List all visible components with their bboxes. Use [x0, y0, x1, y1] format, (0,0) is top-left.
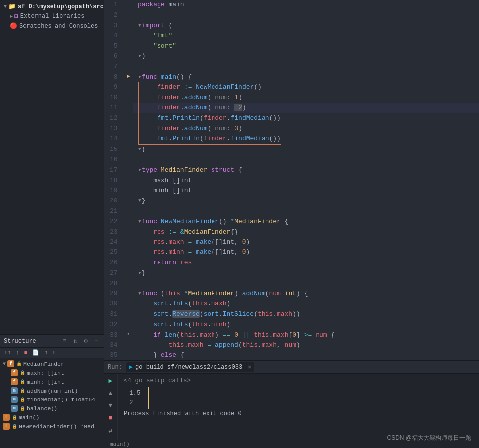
sidebar-tree: ▼ 📁 sf D:\mysetup\gopath\src\sf ▶ ⊞ Exte… — [0, 0, 104, 334]
line-code: sort.Reverse(sort.IntSlice(this.maxh)) — [133, 309, 479, 320]
code-line-3: 3 ▾import ( — [104, 21, 479, 31]
line-gutter — [124, 320, 133, 330]
line-gutter — [124, 196, 133, 206]
line-num: 19 — [104, 186, 124, 196]
line-gutter — [124, 31, 133, 41]
sidebar: ▼ 📁 sf D:\mysetup\gopath\src\sf ▶ ⊞ Exte… — [0, 0, 104, 448]
struct-item-minh[interactable]: f 🔒 minh: []int — [0, 377, 104, 386]
line-num: 2 — [104, 10, 124, 21]
structure-header: Structure ≡ ⇅ ⚙ − — [0, 335, 104, 348]
line-code: finder.addNum( num: 2) — [133, 103, 479, 113]
struct-tb-3[interactable]: ■ — [23, 349, 29, 357]
run-tab-close[interactable]: ✕ — [248, 363, 251, 371]
line-code — [133, 206, 479, 217]
structure-sort-icon[interactable]: ≡ — [61, 337, 68, 345]
structure-settings-icon[interactable]: ⚙ — [83, 337, 89, 345]
code-line-20: 20 ▾} — [104, 196, 479, 206]
line-code: ▾} — [133, 268, 479, 279]
struct-main-label: main() — [19, 414, 39, 421]
code-line-28: 28 — [104, 279, 479, 289]
line-code: } else { — [133, 350, 479, 360]
run-up-btn[interactable]: ▲ — [108, 389, 114, 398]
structure-close-icon[interactable]: − — [93, 337, 100, 345]
line-gutter — [124, 155, 133, 165]
struct-item-findmedian[interactable]: m 🔒 findMedian() float64 — [0, 395, 104, 404]
struct-tb-1[interactable]: ⬇⬆ — [3, 348, 12, 357]
structure-filter-icon[interactable]: ⇅ — [72, 337, 78, 345]
line-code: "sort" — [133, 41, 479, 51]
struct-badge-f: f — [7, 360, 14, 367]
line-gutter — [124, 41, 133, 51]
line-code: ▾import ( — [133, 21, 479, 31]
structure-title: Structure — [4, 338, 57, 345]
main-area: ▼ 📁 sf D:\mysetup\gopath\src\sf ▶ ⊞ Exte… — [0, 0, 479, 448]
run-play-btn[interactable]: ▶ — [108, 376, 114, 386]
watermark: CSDN @福大大架构师每日一题 — [387, 434, 471, 442]
code-line-34: 34 this.maxh = append(this.maxh, num) — [104, 340, 479, 350]
line-num: 1 — [104, 0, 124, 10]
line-gutter — [124, 279, 133, 289]
struct-item-main[interactable]: f 🔒 main() — [0, 413, 104, 422]
line-num: 5 — [104, 41, 124, 51]
lock-icon: 🔒 — [16, 361, 22, 367]
line-code: res.maxh = make([]int, 0) — [133, 237, 479, 248]
struct-item-maxh[interactable]: f 🔒 maxh: []int — [0, 368, 104, 377]
struct-badge-f2: f — [11, 369, 18, 376]
line-gutter — [124, 289, 133, 299]
line-num: 9 — [104, 82, 124, 93]
line-num: 4 — [104, 31, 124, 41]
line-code: sort.Ints(this.minh) — [133, 320, 479, 330]
lock-icon-2: 🔒 — [20, 370, 25, 376]
external-libraries-label: External Libraries — [20, 13, 85, 20]
sidebar-item-external-libraries[interactable]: ▶ ⊞ External Libraries — [0, 11, 104, 21]
struct-item-newmedianfinder[interactable]: f 🔒 NewMedianFinder() *Med — [0, 422, 104, 431]
struct-newmedian-label: NewMedianFinder() *Med — [19, 423, 94, 430]
setup-calls: <4 go setup calls> — [124, 376, 473, 386]
code-line-18: 18 maxh []int — [104, 176, 479, 186]
proc-done: Process finished with exit code 0 — [124, 409, 473, 419]
line-code: ▾} — [133, 145, 479, 155]
expand-arrow-icon: ▼ — [3, 361, 6, 367]
run-down-btn[interactable]: ▼ — [108, 401, 114, 410]
sidebar-item-scratches[interactable]: 🔴 Scratches and Consoles — [0, 21, 104, 31]
code-line-33: 33 ▾ if len(this.maxh) == 0 || this.maxh… — [104, 330, 479, 341]
line-gutter — [124, 248, 133, 258]
sidebar-root[interactable]: ▼ 📁 sf D:\mysetup\gopath\src\sf — [0, 2, 104, 11]
run-body: ▶ ▲ ▼ ■ ⇄ <4 go setup calls> 1.5 2 Proce… — [104, 374, 479, 440]
line-num: 21 — [104, 206, 124, 217]
lock-icon-3: 🔒 — [20, 379, 25, 385]
struct-tb-5[interactable]: ⬆ — [43, 348, 49, 357]
run-label: Run: — [108, 364, 122, 371]
struct-item-addnum[interactable]: m 🔒 addNum(num int) — [0, 386, 104, 395]
code-line-26: 26 return res — [104, 258, 479, 268]
line-gutter: ▾ — [124, 330, 133, 341]
line-code: fmt.Println(finder.findMedian()) — [133, 134, 479, 145]
run-stop-btn[interactable]: ■ — [108, 413, 114, 423]
folder-icon: 📁 — [8, 3, 16, 10]
code-line-32: 32 sort.Ints(this.minh) — [104, 320, 479, 330]
struct-tb-6[interactable]: ⬇ — [51, 348, 57, 357]
struct-tb-4[interactable]: 📄 — [31, 348, 41, 357]
line-gutter — [124, 0, 133, 10]
run-tab[interactable]: ▶ go build sf/newclass2/class033 ✕ — [126, 362, 255, 372]
scratches-icon: 🔴 — [10, 22, 17, 30]
run-toolbar: ▶ ▲ ▼ ■ ⇄ — [104, 374, 118, 440]
line-gutter — [124, 299, 133, 309]
code-line-19: 19 minh []int — [104, 186, 479, 196]
structure-toolbar: ⬇⬆ ↕ ■ 📄 ⬆ ⬇ — [0, 348, 104, 358]
code-line-14: 14 fmt.Println(finder.findMedian()) — [104, 134, 479, 145]
line-num: 15 — [104, 145, 124, 155]
line-gutter — [124, 217, 133, 227]
struct-tb-2[interactable]: ↕ — [14, 349, 21, 357]
line-num: 32 — [104, 320, 124, 330]
line-num: 12 — [104, 113, 124, 124]
line-gutter — [124, 350, 133, 360]
run-wrap-btn[interactable]: ⇄ — [108, 426, 114, 436]
struct-item-medianfinder[interactable]: ▼ f 🔒 MedianFinder — [0, 359, 104, 368]
struct-item-balance[interactable]: m 🔒 balance() — [0, 404, 104, 413]
lock-icon-6: 🔒 — [20, 406, 25, 411]
code-line-10: 10 finder.addNum( num: 1) — [104, 93, 479, 103]
line-gutter — [124, 176, 133, 186]
line-code: if len(this.maxh) == 0 || this.maxh[0] >… — [133, 330, 479, 341]
code-container[interactable]: 1 package main 2 3 ▾import ( — [104, 0, 479, 360]
